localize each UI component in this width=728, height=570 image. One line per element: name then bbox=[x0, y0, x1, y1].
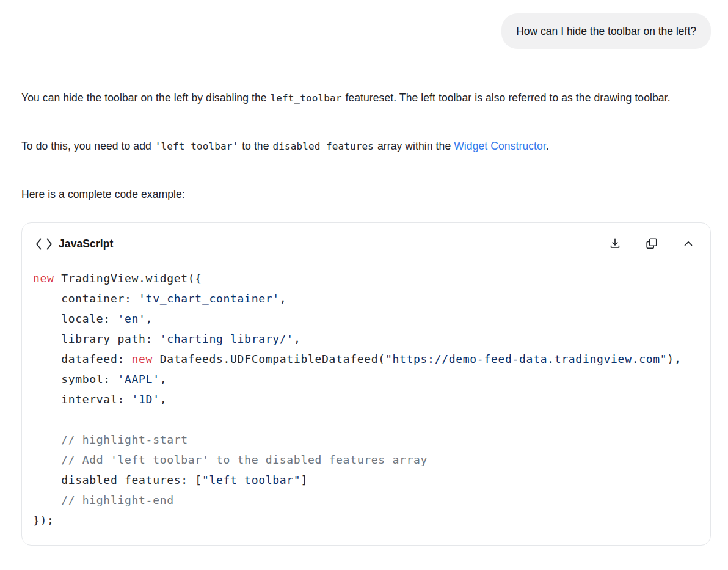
code-line: new TradingView.widget({ bbox=[33, 268, 699, 288]
text-run: array within the bbox=[377, 140, 454, 152]
code-line: // highlight-start bbox=[33, 429, 699, 450]
user-message-row: How can I hide the toolbar on the left? bbox=[21, 13, 711, 49]
code-line: library_path: 'charting_library/', bbox=[33, 329, 699, 349]
code-line: symbol: 'AAPL', bbox=[33, 369, 699, 389]
assistant-paragraphs: You can hide the toolbar on the left by … bbox=[21, 88, 711, 204]
collapse-code-button[interactable] bbox=[681, 236, 696, 251]
code-line: datafeed: new Datafeeds.UDFCompatibleDat… bbox=[33, 349, 699, 369]
copy-icon bbox=[645, 237, 658, 250]
code-content: new TradingView.widget({ container: 'tv_… bbox=[22, 252, 710, 545]
text-run: You can hide the toolbar on the left by … bbox=[21, 92, 267, 104]
text-run: . bbox=[546, 140, 549, 152]
inline-code: 'left_toolbar' bbox=[151, 141, 242, 152]
code-icon bbox=[35, 238, 53, 250]
code-block: JavaScript bbox=[21, 222, 711, 546]
inline-code: left_toolbar bbox=[267, 92, 346, 104]
inline-code: disabled_features bbox=[269, 141, 377, 152]
widget-constructor-link[interactable]: Widget Constructor bbox=[454, 140, 546, 152]
code-line: disabled_features: ["left_toolbar"] bbox=[33, 470, 699, 490]
text-run: Here is a complete code example: bbox=[21, 188, 185, 200]
code-line bbox=[33, 409, 699, 429]
paragraph: Here is a complete code example: bbox=[21, 185, 711, 204]
assistant-message: You can hide the toolbar on the left by … bbox=[21, 88, 711, 546]
text-run: to the bbox=[242, 140, 269, 152]
text-run: featureset. The left toolbar is also ref… bbox=[345, 92, 670, 104]
copy-code-button[interactable] bbox=[644, 236, 659, 251]
download-icon bbox=[608, 237, 622, 250]
chevron-up-icon bbox=[682, 237, 695, 250]
chat-page: How can I hide the toolbar on the left? … bbox=[0, 0, 728, 546]
code-line: container: 'tv_chart_container', bbox=[33, 288, 699, 309]
user-message-bubble: How can I hide the toolbar on the left? bbox=[501, 13, 711, 49]
code-line: }); bbox=[33, 510, 699, 530]
code-line: // highlight-end bbox=[33, 490, 699, 510]
paragraph: To do this, you need to add'left_toolbar… bbox=[21, 136, 711, 156]
code-line: locale: 'en', bbox=[33, 309, 699, 329]
text-run: To do this, you need to add bbox=[21, 140, 151, 152]
code-block-header: JavaScript bbox=[22, 223, 710, 252]
download-code-button[interactable] bbox=[608, 236, 622, 251]
code-line: interval: '1D', bbox=[33, 389, 699, 409]
code-language-label: JavaScript bbox=[59, 238, 114, 250]
paragraph: You can hide the toolbar on the left by … bbox=[21, 88, 711, 108]
code-line: // Add 'left_toolbar' to the disabled_fe… bbox=[33, 450, 699, 470]
